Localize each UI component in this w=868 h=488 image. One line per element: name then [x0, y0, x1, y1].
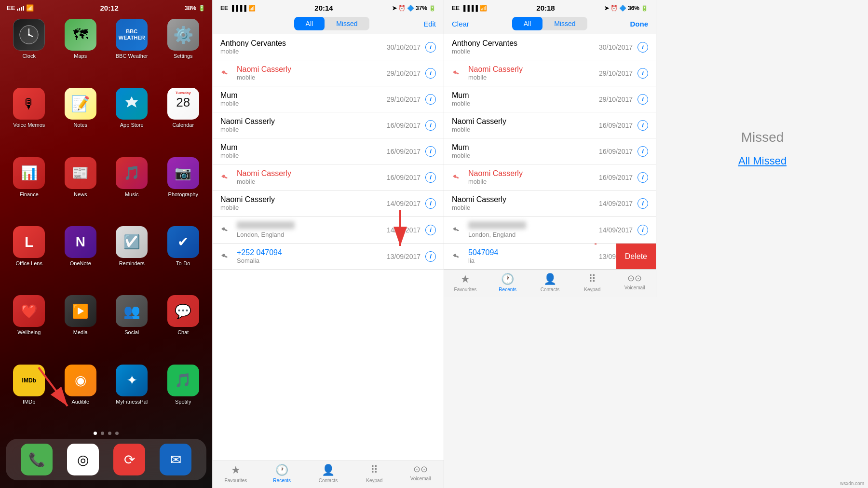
app-maps[interactable]: 🗺 Maps [59, 19, 102, 79]
dock-cast[interactable]: ⟳ [113, 444, 145, 475]
app-music[interactable]: 🎵 Music [110, 157, 153, 217]
app-bbc-weather[interactable]: BBCWEATHER BBC Weather [110, 19, 153, 79]
dock-phone[interactable]: 📞 [21, 444, 53, 475]
news-emoji: 📰 [72, 165, 89, 181]
app-app-store[interactable]: App Store [110, 88, 153, 148]
p3-tab-voicemail[interactable]: ⊙⊙ Voicemail [613, 273, 656, 292]
phone2-recents-header: All Missed Edit [213, 14, 444, 34]
p3-info-btn-4[interactable]: i [637, 146, 648, 157]
phone3-all-tab[interactable]: All [512, 17, 543, 30]
dock-chrome[interactable]: ◎ [67, 444, 99, 475]
dock-mail[interactable]: ✉ [160, 444, 191, 475]
phone3-missed-tab[interactable]: Missed [542, 17, 587, 30]
clock-label: Clock [22, 53, 36, 59]
app-myfitnesspal[interactable]: ✦ MyFitnessPal [110, 365, 153, 425]
app-notes[interactable]: 📝 Notes [59, 88, 102, 148]
p3-info-btn-6[interactable]: i [637, 198, 648, 209]
phone3-segment-control: All Missed [512, 17, 587, 30]
phone1-status-left: EE 📶 [7, 4, 34, 12]
app-imdb[interactable]: IMDb IMDb [8, 365, 51, 425]
app-wellbeing[interactable]: ❤️ Wellbeing [8, 295, 51, 355]
p3-info-btn-7[interactable]: i [637, 225, 648, 235]
call-item-1: Naomi Casserly mobile 29/10/2017 i [213, 60, 444, 86]
p3-tab-contacts[interactable]: 👤 Contacts [529, 273, 571, 292]
chat-emoji: 💬 [175, 303, 191, 319]
p3-tab-favourites[interactable]: ★ Favourites [444, 273, 487, 292]
app-clock[interactable]: Clock [8, 19, 51, 79]
app-news[interactable]: 📰 News [59, 157, 102, 217]
app-audible[interactable]: ◉ Audible [59, 365, 102, 425]
contacts-label: Contacts [319, 478, 338, 483]
phone2-status-right: ➤ ⏰ 🔷 37% 🔋 [392, 5, 436, 12]
p3-info-btn-3[interactable]: i [637, 120, 648, 131]
calendar-day: 28 [176, 95, 190, 110]
p3-tab-recents[interactable]: 🕐 Recents [487, 273, 529, 292]
p3-date-2: 29/10/2017 [599, 95, 633, 103]
call-name-7-blurred [237, 221, 387, 231]
media-emoji: ▶️ [72, 303, 89, 319]
phone1-time: 20:12 [100, 4, 118, 12]
p3-info-btn-2[interactable]: i [637, 94, 648, 105]
app-calendar[interactable]: Tuesday 28 Calendar [162, 88, 205, 148]
phone2-missed-tab[interactable]: Missed [325, 17, 369, 30]
phone2-all-tab[interactable]: All [294, 17, 325, 30]
p3-type-8: lia [468, 257, 599, 264]
p3-vm-icon: ⊙⊙ [627, 273, 642, 284]
p3-info-btn-0[interactable]: i [637, 42, 648, 53]
missed-call-icon-1 [220, 68, 232, 79]
call-info-2: Mum mobile [220, 91, 387, 107]
info-btn-0[interactable]: i [425, 42, 436, 53]
imdb-text: IMDb [22, 377, 36, 384]
phone3-calls-list: Anthony Cervantes mobile 30/10/2017 i Na… [444, 34, 656, 270]
app-reminders[interactable]: ☑️ Reminders [110, 226, 153, 286]
app-chat[interactable]: 💬 Chat [162, 295, 205, 355]
info-btn-6[interactable]: i [425, 198, 436, 209]
info-btn-3[interactable]: i [425, 120, 436, 131]
voicememos-label: Voice Memos [13, 122, 45, 128]
p3-call-8: 5047094 lia 13/09/2017 i Delete [444, 244, 656, 270]
p3-icon-8 [452, 251, 463, 262]
app-finance[interactable]: 📊 Finance [8, 157, 51, 217]
music-emoji: 🎵 [123, 165, 140, 181]
app-onenote[interactable]: N OneNote [59, 226, 102, 286]
phone3-right-placeholder: Missed All Missed [738, 130, 787, 167]
info-btn-1[interactable]: i [425, 68, 436, 79]
p3-delete-button[interactable]: Delete [616, 244, 656, 269]
p3-tab-keypad[interactable]: ⠿ Keypad [571, 273, 613, 292]
phone3-clear-button[interactable]: Clear [452, 20, 469, 28]
info-btn-8[interactable]: i [425, 251, 436, 262]
p3-name-4: Mum [452, 143, 599, 152]
phone2-wifi: 📶 [248, 5, 256, 12]
app-media[interactable]: ▶️ Media [59, 295, 102, 355]
tab-favourites[interactable]: ★ Favourites [213, 464, 259, 483]
app-social[interactable]: 👥 Social [110, 295, 153, 355]
p3-info-btn-5[interactable]: i [637, 172, 648, 183]
app-spotify[interactable]: 🎵 Spotify [162, 365, 205, 425]
tab-voicemail[interactable]: ⊙⊙ Voicemail [397, 464, 444, 483]
app-settings[interactable]: ⚙️ Settings [162, 19, 205, 79]
app-office-lens[interactable]: L Office Lens [8, 226, 51, 286]
p3-call-6: Naomi Casserly mobile 14/09/2017 i [444, 190, 656, 217]
app-photography[interactable]: 📷 Photography [162, 157, 205, 217]
info-btn-5[interactable]: i [425, 172, 436, 183]
p3-type-1: mobile [468, 74, 599, 81]
todo-label: To-Do [176, 260, 190, 266]
app-todo[interactable]: ✔ To-Do [162, 226, 205, 286]
info-btn-4[interactable]: i [425, 146, 436, 157]
tab-recents[interactable]: 🕐 Recents [259, 464, 305, 483]
phone2-edit-button[interactable]: Edit [423, 20, 436, 28]
tab-contacts[interactable]: 👤 Contacts [305, 464, 352, 483]
app-voice-memos[interactable]: 🎙 Voice Memos [8, 88, 51, 148]
p3-date-6: 14/09/2017 [599, 200, 633, 207]
imdb-icon-bg: IMDb [13, 365, 45, 396]
spotify-icon-bg: 🎵 [167, 365, 199, 396]
settings-gear: ⚙️ [173, 25, 193, 44]
p3-name-7 [468, 221, 599, 231]
call-icon-7 [220, 225, 232, 235]
p3-info-btn-1[interactable]: i [637, 68, 648, 79]
reminders-icon-bg: ☑️ [116, 226, 148, 258]
info-btn-2[interactable]: i [425, 94, 436, 105]
phone3-done-button[interactable]: Done [630, 20, 649, 28]
info-btn-7[interactable]: i [425, 225, 436, 235]
tab-keypad[interactable]: ⠿ Keypad [351, 464, 397, 483]
